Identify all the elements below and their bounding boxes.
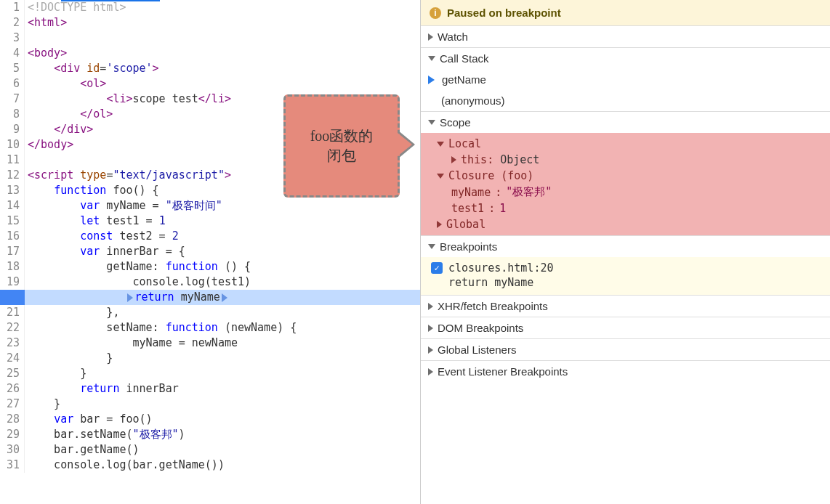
code-line[interactable]: return innerBar (25, 381, 420, 397)
scope-section: Scope Local this: Object Closure (foo) m… (421, 111, 830, 235)
code-line[interactable]: bar.getName() (25, 442, 420, 458)
var-value: 1 (499, 202, 506, 215)
line-number[interactable]: 15 (0, 214, 20, 229)
line-number[interactable]: 6 (0, 76, 20, 92)
annotation-callout: foo函数的 闭包 (283, 94, 400, 198)
code-line[interactable]: <body> (25, 46, 420, 61)
code-line[interactable]: let test1 = 1 (25, 214, 420, 229)
code-line[interactable]: } (25, 366, 420, 381)
breakpoint-location: closures.html:20 (448, 261, 554, 275)
breakpoint-checkbox[interactable]: ✓ (431, 262, 443, 274)
event-breakpoints-header[interactable]: Event Listener Breakpoints (421, 361, 830, 382)
breakpoint-item[interactable]: ✓closures.html:20 (431, 261, 823, 275)
watch-header[interactable]: Watch (421, 26, 830, 47)
line-number[interactable]: 12 (0, 168, 20, 183)
line-number[interactable]: 24 (0, 351, 20, 366)
scope-global-label: Global (446, 218, 485, 231)
scope-variable[interactable]: test1: 1 (421, 200, 830, 216)
callstack-header[interactable]: Call Stack (421, 48, 830, 69)
callout-line1: foo函数的 (310, 126, 374, 146)
line-number[interactable]: 4 (0, 46, 20, 61)
xhr-breakpoints-header[interactable]: XHR/fetch Breakpoints (421, 296, 830, 317)
xhr-breakpoints-section: XHR/fetch Breakpoints (421, 295, 830, 317)
code-line[interactable]: console.log(bar.getName()) (25, 458, 420, 473)
line-number[interactable]: 22 (0, 320, 20, 336)
chevron-right-icon (428, 303, 433, 310)
line-number[interactable]: 9 (0, 122, 20, 137)
code-line[interactable]: <!DOCTYPE html> (25, 0, 420, 15)
dom-breakpoints-header[interactable]: DOM Breakpoints (421, 317, 830, 338)
code-line[interactable]: myName = newName (25, 336, 420, 351)
line-number[interactable]: 10 (0, 137, 20, 153)
line-number[interactable]: 23 (0, 336, 20, 351)
code-line[interactable]: bar.setName("极客邦") (25, 427, 420, 442)
chevron-right-icon (437, 221, 442, 228)
global-label: Global Listeners (438, 344, 516, 356)
callstack-frame[interactable]: getName (421, 69, 830, 90)
scope-variable[interactable]: myName: "极客邦" (421, 184, 830, 200)
line-number[interactable]: 2 (0, 15, 20, 31)
code-line[interactable]: } (25, 351, 420, 366)
code-line[interactable]: var myName = "极客时间" (25, 198, 420, 214)
line-number[interactable]: 14 (0, 198, 20, 214)
line-number[interactable]: 13 (0, 183, 20, 198)
scope-local[interactable]: Local (421, 136, 830, 152)
line-number[interactable]: 18 (0, 259, 20, 275)
code-line[interactable]: <ol> (25, 76, 420, 92)
line-number[interactable]: 25 (0, 366, 20, 381)
line-number[interactable]: 7 (0, 92, 20, 107)
code-line[interactable]: <html> (25, 15, 420, 31)
line-number[interactable]: 27 (0, 397, 20, 412)
global-listeners-header[interactable]: Global Listeners (421, 339, 830, 360)
chevron-down-icon (428, 120, 435, 125)
chevron-right-icon (451, 156, 456, 163)
scope-this[interactable]: this: Object (421, 152, 830, 168)
line-number[interactable]: 16 (0, 229, 20, 244)
code-line[interactable]: }, (25, 305, 420, 320)
scope-header[interactable]: Scope (421, 112, 830, 133)
line-number[interactable]: 17 (0, 244, 20, 259)
dom-label: DOM Breakpoints (438, 322, 523, 334)
code-line[interactable]: <div id='scope'> (25, 61, 420, 76)
var-key: test1 (451, 202, 484, 215)
code-line[interactable]: return myName (25, 290, 420, 305)
devtools-container: 1234567891011121314151617181920212223242… (0, 0, 830, 504)
line-number[interactable]: 28 (0, 412, 20, 427)
line-number[interactable]: 21 (0, 305, 20, 320)
code-line[interactable]: const test2 = 2 (25, 229, 420, 244)
scope-this-key: this (461, 153, 487, 166)
chevron-right-icon (428, 346, 433, 354)
line-number[interactable]: 29 (0, 427, 20, 442)
scope-this-val: Object (500, 153, 539, 166)
scope-closure[interactable]: Closure (foo) (421, 168, 830, 184)
code-line[interactable]: var bar = foo() (25, 412, 420, 427)
line-number[interactable]: 8 (0, 107, 20, 122)
scope-global[interactable]: Global (421, 216, 830, 232)
line-number-gutter[interactable]: 1234567891011121314151617181920212223242… (0, 0, 25, 473)
var-value: "极客邦" (506, 185, 552, 199)
code-line[interactable]: console.log(test1) (25, 275, 420, 290)
code-line[interactable]: var innerBar = { (25, 244, 420, 259)
line-number[interactable]: 19 (0, 275, 20, 290)
code-line[interactable]: } (25, 397, 420, 412)
breakpoints-label: Breakpoints (440, 240, 497, 253)
event-label: Event Listener Breakpoints (438, 365, 568, 378)
chevron-right-icon (428, 33, 433, 41)
code-line[interactable] (25, 31, 420, 46)
line-number[interactable]: 11 (0, 153, 20, 168)
line-number[interactable]: 1 (0, 0, 20, 15)
frame-name: (anonymous) (441, 94, 505, 107)
current-frame-arrow-icon (428, 76, 435, 84)
line-number[interactable]: 3 (0, 31, 20, 46)
line-number[interactable]: 31 (0, 458, 20, 473)
source-code-panel: 1234567891011121314151617181920212223242… (0, 0, 421, 504)
code-lines[interactable]: <!DOCTYPE html><html><body> <div id='sco… (25, 0, 420, 473)
breakpoints-header[interactable]: Breakpoints (421, 236, 830, 257)
line-number[interactable]: 5 (0, 61, 20, 76)
debugger-panel: i Paused on breakpoint Watch Call Stack … (421, 0, 830, 504)
code-line[interactable]: setName: function (newName) { (25, 320, 420, 336)
code-line[interactable]: getName: function () { (25, 259, 420, 275)
callstack-frame[interactable]: (anonymous) (421, 90, 830, 111)
line-number[interactable]: 26 (0, 381, 20, 397)
line-number[interactable]: 30 (0, 442, 20, 458)
